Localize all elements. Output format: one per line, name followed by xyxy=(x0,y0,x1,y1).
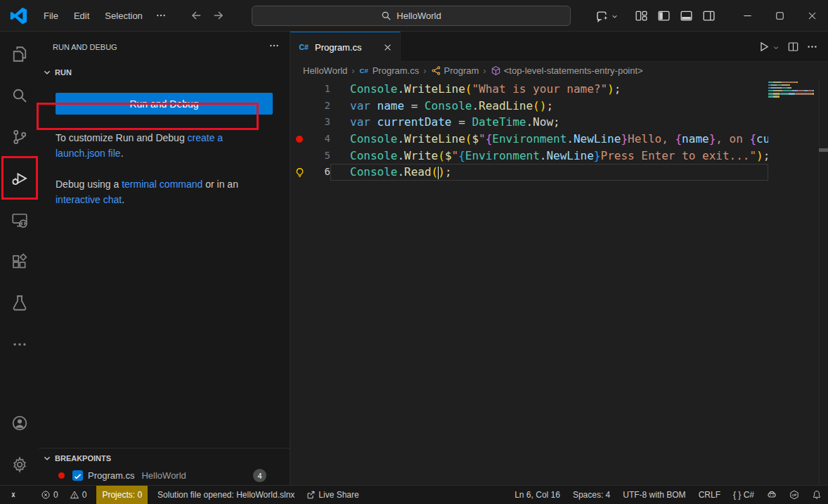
menu-selection[interactable]: Selection xyxy=(97,7,150,25)
link[interactable]: terminal command xyxy=(122,179,202,190)
status-csharp-extension[interactable]: c# xyxy=(783,486,806,504)
breadcrumb-item[interactable]: HelloWorld xyxy=(303,65,347,76)
tab-close-icon[interactable] xyxy=(382,42,393,53)
line-text: var currentDate = DateTime.Now; xyxy=(330,114,768,131)
activity-item-search[interactable] xyxy=(0,75,39,116)
breakpoint-list-item[interactable]: Program.cs HelloWorld 4 xyxy=(39,467,290,484)
toggle-secondary-sidebar-icon[interactable] xyxy=(702,9,716,22)
status-label: Ln 6, Col 16 xyxy=(515,490,560,500)
activity-item-explorer[interactable] xyxy=(0,33,39,75)
menu-edit[interactable]: Edit xyxy=(66,7,97,25)
more-actions-button[interactable] xyxy=(806,41,818,53)
scrollbar[interactable] xyxy=(819,79,828,485)
code-line-5[interactable]: 5Console.Write($"{Environment.NewLine}Pr… xyxy=(290,148,828,164)
gutter-glyph xyxy=(290,81,309,98)
run-file-button[interactable] xyxy=(758,41,770,53)
breadcrumb-item[interactable]: <top-level-statements-entry-point> xyxy=(491,65,643,76)
breakpoints-section-header[interactable]: BREAKPOINTS xyxy=(39,450,290,467)
minimap-line xyxy=(768,82,819,83)
line-text: Console.WriteLine($"{Environment.NewLine… xyxy=(330,131,768,148)
status-indentation[interactable]: Spaces: 4 xyxy=(567,486,616,504)
breadcrumb-label: Program.cs xyxy=(373,65,419,76)
forward-icon[interactable] xyxy=(212,9,225,22)
status-copilot-status[interactable] xyxy=(761,486,783,504)
split-editor-button[interactable] xyxy=(787,41,799,53)
status-live-share[interactable]: Live Share xyxy=(300,486,364,504)
activity-item-settings[interactable] xyxy=(0,444,39,485)
status-label: Spaces: 4 xyxy=(573,490,610,500)
chevron-down-icon[interactable] xyxy=(772,42,780,51)
status-errors[interactable]: 0 xyxy=(35,486,64,504)
maximize-icon xyxy=(775,11,785,21)
breakpoint-icon[interactable] xyxy=(290,131,309,148)
status-label: 0 xyxy=(53,490,58,500)
run-section-header[interactable]: RUN xyxy=(39,65,290,80)
link[interactable]: interactive chat xyxy=(56,194,122,205)
activity-item-extensions[interactable] xyxy=(0,240,39,282)
panel-more-actions-button[interactable] xyxy=(269,40,280,54)
activity-item-remote-explorer[interactable] xyxy=(0,199,39,240)
svg-text:C#: C# xyxy=(299,43,309,51)
activity-item-accounts[interactable] xyxy=(0,402,39,444)
editor-actions xyxy=(758,32,828,61)
gutter-glyph xyxy=(290,98,309,115)
code-line-3[interactable]: 3var currentDate = DateTime.Now; xyxy=(290,114,828,131)
tab-label: Program.cs xyxy=(315,42,377,53)
csharp-file-icon: C# xyxy=(359,65,370,76)
run-and-debug-button[interactable]: Run and Debug xyxy=(56,93,273,115)
source-control-icon xyxy=(11,129,28,146)
status-encoding[interactable]: UTF-8 with BOM xyxy=(616,486,692,504)
menu-file[interactable]: File xyxy=(36,7,66,25)
tab-program-cs[interactable]: C# Program.cs xyxy=(290,32,401,62)
status-language-mode[interactable]: { } C# xyxy=(727,486,761,504)
line-number: 4 xyxy=(309,131,330,148)
status-cursor-position[interactable]: Ln 6, Col 16 xyxy=(508,486,567,504)
close-button[interactable] xyxy=(796,0,828,32)
breadcrumb-label: HelloWorld xyxy=(303,65,347,76)
run-section-label: RUN xyxy=(55,68,72,77)
code-line-4[interactable]: 4Console.WriteLine($"{Environment.NewLin… xyxy=(290,131,828,148)
minimap[interactable] xyxy=(768,82,819,98)
code-line-6[interactable]: 6Console.Read(); xyxy=(290,164,828,181)
activity-item-run-and-debug[interactable] xyxy=(0,157,39,199)
command-center-search[interactable]: HelloWorld xyxy=(252,6,571,26)
gutter-glyph xyxy=(290,148,309,164)
toggle-panel-icon[interactable] xyxy=(680,9,693,22)
breakpoint-count-badge: 4 xyxy=(253,469,266,482)
breakpoints-section-label: BREAKPOINTS xyxy=(55,454,111,463)
activity-item-source-control[interactable] xyxy=(0,116,39,157)
breadcrumb-item[interactable]: Program xyxy=(431,65,479,76)
csharp-badge-icon: c# xyxy=(789,490,799,500)
menubar: FileEditSelection xyxy=(36,7,150,25)
activity-bottom xyxy=(0,402,39,485)
code-lines: 1Console.WriteLine("What is your name?")… xyxy=(290,81,828,181)
copilot-menu-button[interactable] xyxy=(595,9,619,22)
toggle-primary-sidebar-icon[interactable] xyxy=(657,9,671,22)
back-icon[interactable] xyxy=(190,9,202,22)
status-projects[interactable]: Projects: 0 xyxy=(96,486,148,504)
chevron-down-icon xyxy=(41,453,53,464)
status-solution-status[interactable]: Solution file opened: HelloWorld.slnx xyxy=(152,486,300,504)
status-notifications[interactable] xyxy=(806,486,828,504)
activity-item-additional-views[interactable] xyxy=(0,323,39,365)
status-eol[interactable]: CRLF xyxy=(692,486,727,504)
minimize-button[interactable] xyxy=(731,0,763,32)
maximize-button[interactable] xyxy=(763,0,796,32)
bell-icon xyxy=(812,490,822,500)
breakpoint-checkbox[interactable] xyxy=(72,470,83,481)
status-label: Solution file opened: HelloWorld.slnx xyxy=(157,490,295,500)
section-divider xyxy=(39,448,290,448)
lightbulb-icon[interactable] xyxy=(290,164,309,181)
activity-item-testing[interactable] xyxy=(0,282,39,323)
customize-layout-icon[interactable] xyxy=(635,9,648,22)
files-icon xyxy=(11,46,28,63)
breadcrumb-item[interactable]: C#Program.cs xyxy=(359,65,419,76)
status-remote-indicator[interactable] xyxy=(0,486,24,504)
code-line-1[interactable]: 1Console.WriteLine("What is your name?")… xyxy=(290,81,828,98)
code-line-2[interactable]: 2var name = Console.ReadLine(); xyxy=(290,98,828,115)
minimap-line xyxy=(768,90,819,91)
status-warnings[interactable]: 0 xyxy=(64,486,93,504)
status-label: { } C# xyxy=(733,490,754,500)
menubar-more-button[interactable] xyxy=(150,10,172,21)
code-area[interactable]: 1Console.WriteLine("What is your name?")… xyxy=(290,79,828,485)
